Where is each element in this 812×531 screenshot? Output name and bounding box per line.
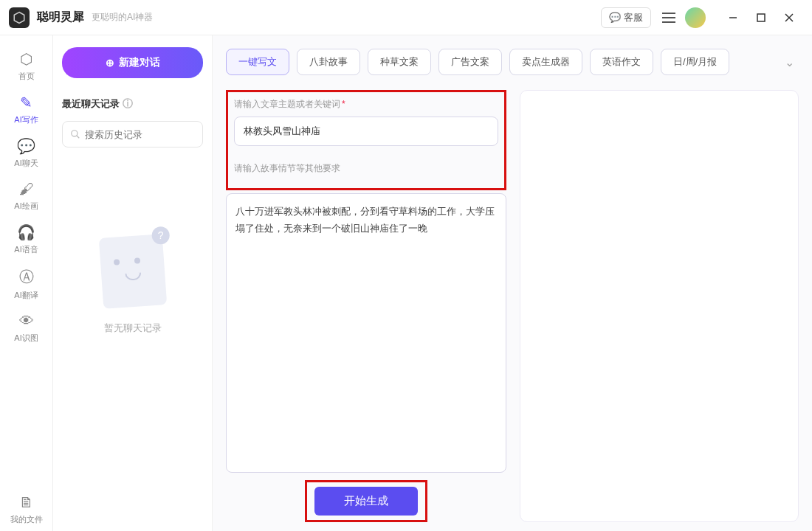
window-maximize-button[interactable]: [747, 4, 775, 32]
left-panel: ⊕ 新建对话 最近聊天记录 ⓘ ? 暂无聊天记录: [53, 35, 213, 531]
headphones-icon: 🎧: [17, 223, 35, 241]
form-column: 请输入文章主题或者关键词* 请输入故事情节等其他要求 开始生成: [226, 90, 506, 522]
empty-text: 暂无聊天记录: [104, 322, 162, 335]
sidebar-nav: ⬡ 首页 ✎ AI写作 💬 AI聊天 🖌 AI绘画 🎧 AI语音 Ⓐ AI翻译 …: [0, 35, 53, 531]
highlight-box-inputs: 请输入文章主题或者关键词* 请输入故事情节等其他要求: [226, 90, 506, 190]
sidebar-item-label: 首页: [18, 71, 35, 82]
help-icon[interactable]: ⓘ: [123, 97, 133, 111]
svg-point-3: [72, 131, 78, 136]
tab-gossip-story[interactable]: 八卦故事: [297, 49, 360, 75]
app-title: 聪明灵犀: [37, 10, 84, 25]
translate-icon: Ⓐ: [19, 267, 34, 287]
sidebar-item-home[interactable]: ⬡ 首页: [4, 44, 49, 88]
window-close-button[interactable]: [775, 4, 803, 32]
svg-rect-2: [757, 14, 765, 21]
tab-one-click-write[interactable]: 一键写文: [226, 49, 289, 75]
sidebar-item-chat[interactable]: 💬 AI聊天: [4, 131, 49, 175]
tab-english-essay[interactable]: 英语作文: [590, 49, 653, 75]
plus-icon: ⊕: [106, 57, 114, 69]
svg-marker-0: [14, 12, 24, 23]
detail-textarea[interactable]: [226, 193, 506, 473]
app-subtitle: 更聪明的AI神器: [92, 11, 153, 24]
empty-state: ? 暂无聊天记录: [62, 236, 203, 519]
sidebar-item-label: AI写作: [14, 114, 38, 125]
tab-ad-copy[interactable]: 广告文案: [438, 49, 502, 75]
recent-header: 最近聊天记录 ⓘ: [62, 97, 203, 111]
question-badge-icon: ?: [151, 226, 169, 244]
sidebar-item-label: AI识图: [14, 333, 38, 344]
minimize-icon: [728, 13, 738, 23]
sidebar-item-image[interactable]: 👁 AI识图: [4, 307, 49, 350]
sidebar-item-label: AI翻译: [14, 290, 38, 301]
customer-service-label: 客服: [624, 11, 643, 24]
eye-icon: 👁: [19, 313, 34, 330]
home-icon: ⬡: [20, 50, 32, 68]
new-chat-label: 新建对话: [119, 56, 160, 69]
generate-button[interactable]: 开始生成: [314, 487, 418, 516]
feather-icon: ✎: [20, 94, 32, 111]
maximize-icon: [756, 13, 766, 23]
empty-illustration-icon: ?: [98, 234, 166, 309]
topic-label: 请输入文章主题或者关键词*: [234, 98, 498, 111]
file-icon: 🗎: [19, 494, 34, 511]
brush-icon: 🖌: [19, 181, 34, 198]
sidebar-item-label: AI语音: [14, 244, 38, 255]
close-icon: [784, 13, 794, 23]
required-mark: *: [342, 99, 345, 109]
tab-seeding-copy[interactable]: 种草文案: [368, 49, 431, 75]
svg-line-4: [77, 136, 80, 139]
titlebar: 聪明灵犀 更聪明的AI神器 💬 客服: [0, 0, 812, 35]
sidebar-item-label: 我的文件: [10, 514, 43, 525]
search-icon: [70, 129, 80, 139]
chevron-down-icon: ⌄: [785, 56, 794, 69]
user-avatar[interactable]: [685, 7, 706, 28]
sidebar-item-writing[interactable]: ✎ AI写作: [4, 88, 49, 131]
recent-header-label: 最近聊天记录: [62, 97, 120, 111]
sidebar-item-translate[interactable]: Ⓐ AI翻译: [4, 261, 49, 307]
customer-service-button[interactable]: 💬 客服: [601, 7, 651, 28]
tab-selling-point[interactable]: 卖点生成器: [509, 49, 582, 75]
hamburger-icon: [662, 13, 675, 23]
tabs-expand-button[interactable]: ⌄: [780, 51, 799, 74]
main-area: 一键写文 八卦故事 种草文案 广告文案 卖点生成器 英语作文 日/周/月报 ⌄ …: [213, 35, 812, 531]
highlight-box-generate: 开始生成: [305, 480, 427, 522]
search-input[interactable]: [85, 129, 209, 140]
sidebar-item-label: AI聊天: [14, 158, 38, 169]
tab-report[interactable]: 日/周/月报: [661, 49, 729, 75]
sidebar-item-files[interactable]: 🗎 我的文件: [4, 488, 49, 531]
detail-label: 请输入故事情节等其他要求: [234, 162, 498, 175]
app-logo-icon: [9, 7, 30, 28]
window-minimize-button[interactable]: [719, 4, 747, 32]
search-box[interactable]: [62, 121, 203, 148]
sidebar-item-label: AI绘画: [14, 201, 38, 212]
sidebar-item-draw[interactable]: 🖌 AI绘画: [4, 175, 49, 218]
topic-input[interactable]: [234, 117, 498, 146]
new-chat-button[interactable]: ⊕ 新建对话: [62, 47, 203, 78]
menu-button[interactable]: [658, 7, 679, 28]
template-tabs: 一键写文 八卦故事 种草文案 广告文案 卖点生成器 英语作文 日/周/月报 ⌄: [226, 49, 799, 75]
chat-icon: 💬: [609, 12, 621, 23]
chat-bubble-icon: 💬: [17, 137, 35, 155]
sidebar-item-voice[interactable]: 🎧 AI语音: [4, 218, 49, 261]
output-panel: [520, 90, 799, 522]
